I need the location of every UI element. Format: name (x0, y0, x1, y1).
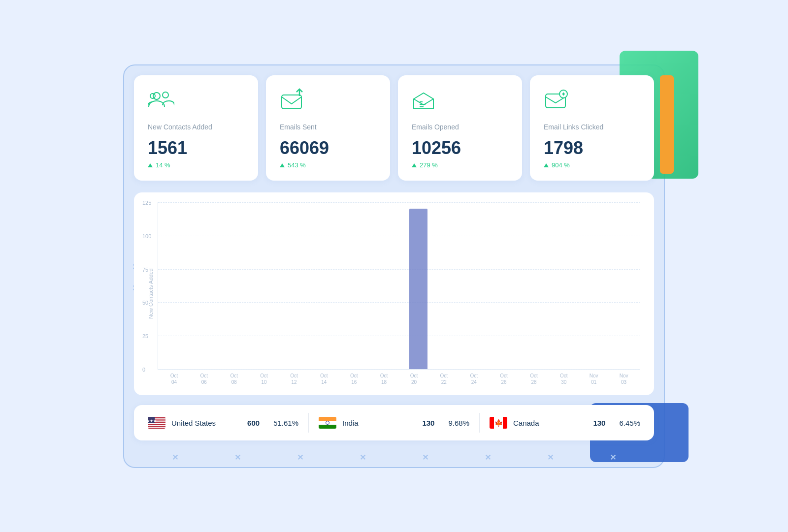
grid-label: 25 (142, 333, 148, 339)
country-count: 600 (247, 419, 260, 427)
stat-change-emails-sent: 543 % (280, 161, 376, 169)
stat-label-email-links: Email Links Clicked (544, 123, 640, 132)
dashboard-container: ✕ ✕ New Contacts Added 1561 14 % (123, 64, 665, 468)
bar-group (275, 202, 294, 369)
bar-column (313, 202, 331, 369)
bar-group (390, 202, 408, 369)
x-label: Oct 04 (160, 373, 189, 385)
x-label: Nov 01 (579, 373, 608, 385)
x-label: Oct 30 (549, 373, 578, 385)
people-icon (148, 87, 244, 116)
bar-group (256, 202, 274, 369)
y-axis-label: New Contacts Added (148, 202, 154, 385)
bar-column (562, 202, 581, 369)
x-mark-b7: ✕ (547, 453, 554, 462)
country-name: Canada (513, 419, 587, 427)
flag-ca: 🍁 (490, 417, 507, 429)
grid-label: 50 (142, 300, 148, 306)
bar-column (582, 202, 600, 369)
bar-column (601, 202, 619, 369)
bar-column (352, 202, 370, 369)
country-divider (308, 413, 309, 433)
bar-column (332, 202, 351, 369)
stat-value-email-links: 1798 (544, 138, 640, 158)
bar-group (428, 202, 447, 369)
orange-decoration (660, 75, 674, 174)
arrow-up-icon-4 (544, 163, 549, 167)
stat-label-new-contacts: New Contacts Added (148, 123, 244, 132)
x-label: Oct 06 (190, 373, 219, 385)
stat-card-new-contacts: New Contacts Added 1561 14 % (134, 75, 258, 181)
bar-column (390, 202, 408, 369)
stat-label-emails-opened: Emails Opened (412, 123, 508, 132)
svg-rect-21 (319, 417, 336, 421)
stat-card-emails-opened: Emails Opened 10256 279 % (398, 75, 522, 181)
bar-group (582, 202, 600, 369)
bottom-x-marks: ✕ ✕ ✕ ✕ ✕ ✕ ✕ ✕ (124, 453, 664, 462)
bar-column (256, 202, 274, 369)
x-mark-b4: ✕ (360, 453, 366, 462)
bar-group (601, 202, 619, 369)
stat-value-emails-opened: 10256 (412, 138, 508, 158)
country-item: 🍁 Canada1306.45% (490, 417, 640, 429)
svg-rect-22 (319, 421, 336, 425)
svg-rect-17 (148, 425, 165, 426)
svg-text:🍁: 🍁 (494, 419, 503, 427)
bar-group (313, 202, 331, 369)
country-pct: 6.45% (619, 419, 640, 427)
stat-value-emails-sent: 66069 (280, 138, 376, 158)
x-label: Oct 16 (339, 373, 368, 385)
bar-column (275, 202, 294, 369)
svg-rect-3 (282, 95, 301, 109)
grid-label: 100 (142, 233, 151, 239)
stat-change-new-contacts: 14 % (148, 161, 244, 169)
bar-group (543, 202, 561, 369)
svg-rect-18 (148, 427, 165, 428)
x-label: Oct 08 (220, 373, 249, 385)
bar-column (428, 202, 447, 369)
email-sent-icon (280, 87, 376, 116)
x-mark-b2: ✕ (234, 453, 241, 462)
bar-group (467, 202, 485, 369)
chart-wrapper: New Contacts Added 1251007550250 Oct 04O… (148, 202, 640, 385)
stat-value-new-contacts: 1561 (148, 138, 244, 158)
svg-rect-27 (503, 417, 507, 429)
bar-group (294, 202, 312, 369)
bar-column (467, 202, 485, 369)
bar-column (486, 202, 504, 369)
bar-group (505, 202, 524, 369)
country-item: ★★★ United States60051.61% (148, 417, 298, 429)
country-count: 130 (593, 419, 605, 427)
grid-label: 125 (142, 200, 151, 206)
country-divider (479, 413, 480, 433)
x-mark-b5: ✕ (422, 453, 428, 462)
flag-in (319, 417, 336, 429)
x-mark-b6: ✕ (485, 453, 491, 462)
grid-line: 0 (158, 369, 640, 370)
chart-grid: 1251007550250 (158, 202, 640, 370)
bar-column (160, 202, 178, 369)
x-mark-b3: ✕ (297, 453, 303, 462)
bar-column (371, 202, 389, 369)
bar-group (371, 202, 389, 369)
x-label: Oct 14 (309, 373, 338, 385)
country-name: India (342, 419, 416, 427)
svg-rect-23 (319, 425, 336, 429)
bar-column (294, 202, 312, 369)
x-label: Nov 03 (609, 373, 638, 385)
x-label: Oct 26 (490, 373, 519, 385)
bar-column (237, 202, 255, 369)
arrow-up-icon (148, 163, 153, 167)
country-item: India1309.68% (319, 417, 469, 429)
x-label: Oct 24 (460, 373, 489, 385)
arrow-up-icon-2 (280, 163, 285, 167)
bar-column (198, 202, 217, 369)
bar-group (198, 202, 217, 369)
x-label: Oct 12 (280, 373, 309, 385)
x-label: Oct 10 (250, 373, 279, 385)
bar-group (332, 202, 351, 369)
bar-group (160, 202, 178, 369)
stat-label-emails-sent: Emails Sent (280, 123, 376, 132)
bar-group (237, 202, 255, 369)
bar-group (620, 202, 638, 369)
